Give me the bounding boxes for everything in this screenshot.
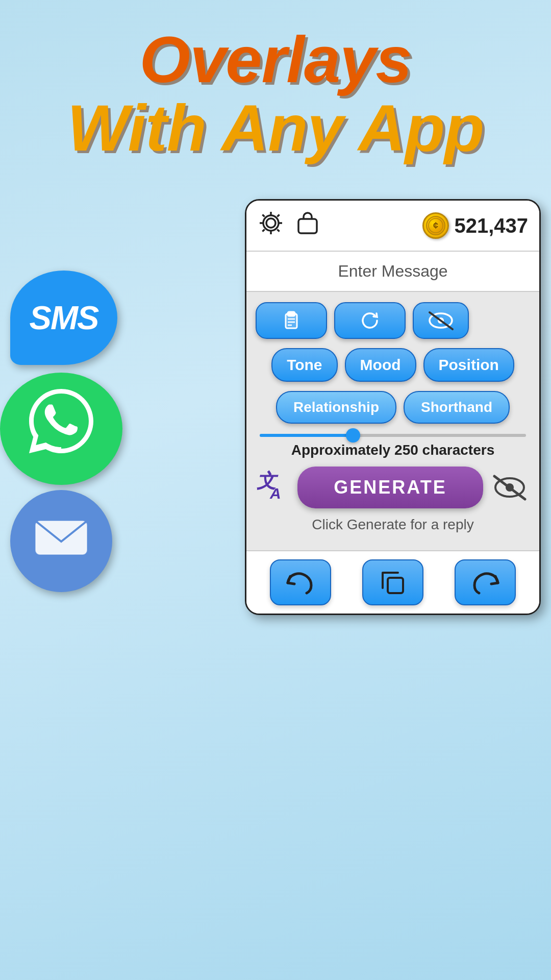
relationship-button[interactable]: Relationship <box>276 391 396 424</box>
coin-icon: ¢ <box>422 212 449 239</box>
card-footer <box>246 550 539 614</box>
svg-rect-9 <box>288 312 295 316</box>
message-area[interactable]: Enter Message <box>246 252 539 292</box>
svg-point-2 <box>266 218 276 228</box>
paste-button[interactable] <box>256 302 327 339</box>
refresh-button[interactable] <box>334 302 406 339</box>
mood-button[interactable]: Mood <box>345 348 416 382</box>
slider-container[interactable] <box>256 434 530 437</box>
options-row2: Relationship Shorthand <box>256 391 530 424</box>
tone-button[interactable]: Tone <box>271 348 337 382</box>
title-line2: With Any App <box>0 94 551 162</box>
sms-bubble: SMS <box>10 271 117 365</box>
mail-icon <box>33 515 89 568</box>
bag-icon[interactable] <box>294 210 321 241</box>
shorthand-button[interactable]: Shorthand <box>404 391 510 424</box>
header-icons <box>258 210 321 241</box>
undo-button[interactable] <box>270 559 331 605</box>
app-card: ¢ 521,437 Enter Message <box>245 199 541 615</box>
svg-text:A: A <box>269 485 281 501</box>
svg-rect-4 <box>298 219 317 233</box>
svg-rect-21 <box>388 578 403 593</box>
settings-icon[interactable] <box>258 210 284 241</box>
message-placeholder: Enter Message <box>338 262 447 280</box>
title-line1: Overlays <box>0 26 551 94</box>
sms-label: SMS <box>30 299 98 337</box>
card-header: ¢ 521,437 <box>246 201 539 252</box>
redo-button[interactable] <box>455 559 516 605</box>
svg-text:¢: ¢ <box>433 220 438 231</box>
position-button[interactable]: Position <box>423 348 514 382</box>
eye-slash-button[interactable] <box>413 302 469 339</box>
options-row1: Tone Mood Position <box>256 348 530 382</box>
whatsapp-icon <box>23 383 99 475</box>
controls-area: Tone Mood Position Relationship Shorthan… <box>246 292 539 550</box>
generate-row: 文 A GENERATE <box>256 467 530 508</box>
output-eye-slash[interactable] <box>489 472 530 503</box>
mail-bubble <box>10 490 112 592</box>
reply-text: Click Generate for a reply <box>256 517 530 538</box>
copy-button[interactable] <box>362 559 423 605</box>
title-section: Overlays With Any App <box>0 26 551 163</box>
slider-label: Approximately 250 characters <box>256 442 530 458</box>
translate-icon[interactable]: 文 A <box>256 468 291 507</box>
top-buttons-row <box>256 302 530 339</box>
header-coins: ¢ 521,437 <box>422 212 528 239</box>
slider-track <box>260 434 526 437</box>
slider-thumb[interactable] <box>346 428 360 443</box>
whatsapp-bubble <box>0 373 122 485</box>
coin-amount: 521,437 <box>454 214 528 237</box>
slider-fill <box>260 434 353 437</box>
generate-button[interactable]: GENERATE <box>297 467 483 508</box>
